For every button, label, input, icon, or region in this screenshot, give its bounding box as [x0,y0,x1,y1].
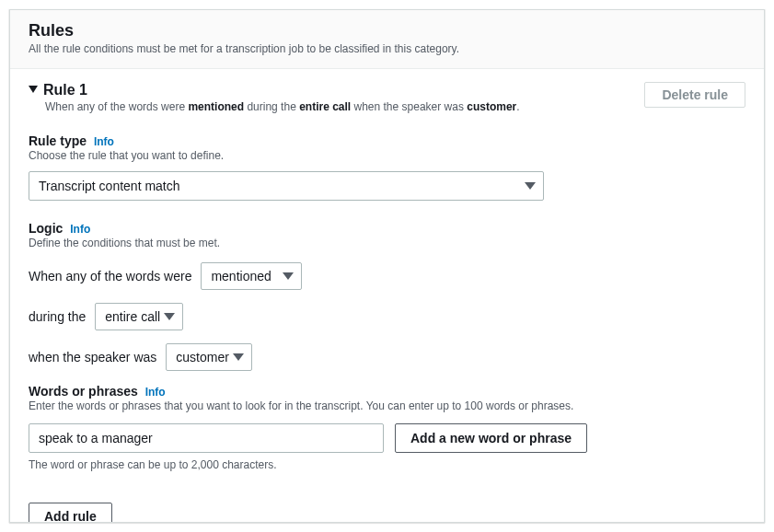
add-rule-button[interactable]: Add rule [29,503,112,522]
mention-select[interactable]: mentioned [201,262,301,290]
chevron-down-icon [233,353,244,361]
rules-panel: Rules All the rule conditions must be me… [9,9,765,523]
words-help: Enter the words or phrases that you want… [29,399,745,412]
rule-type-label: Rule type [29,133,87,148]
panel-header: Rules All the rule conditions must be me… [10,10,764,69]
logic-row-during: during the entire call [29,303,745,330]
chevron-down-icon [525,182,536,190]
logic-info-link[interactable]: Info [70,223,90,236]
rule-header-row: Rule 1 When any of the words were mentio… [29,82,745,113]
chevron-down-icon [283,272,294,280]
words-tiny-help: The word or phrase can be up to 2,000 ch… [29,458,745,471]
add-phrase-button[interactable]: Add a new word or phrase [395,423,587,453]
svg-marker-3 [164,313,175,320]
panel-title: Rules [29,21,745,40]
rule-title-row[interactable]: Rule 1 [29,82,644,98]
rule-summary: When any of the words were mentioned dur… [45,100,644,113]
panel-body: Rule 1 When any of the words were mentio… [10,69,764,522]
logic-row-mention: When any of the words were mentioned [29,262,745,290]
rule-type-value: Transcript content match [39,179,180,193]
rule-type-help: Choose the rule that you want to define. [29,149,745,162]
svg-marker-2 [283,272,294,280]
during-value: entire call [105,309,160,324]
chevron-down-icon [164,313,175,320]
collapse-icon [29,86,38,95]
mention-value: mentioned [211,269,271,283]
rule-title: Rule 1 [43,82,87,98]
rule-type-info-link[interactable]: Info [94,135,114,148]
add-rule-block: Add rule You can add up to 19 more rules… [29,503,745,522]
logic-section: Logic Info Define the conditions that mu… [29,221,745,371]
logic-help: Define the conditions that must be met. [29,237,745,249]
speaker-value: customer [176,350,229,364]
words-label: Words or phrases [29,384,138,399]
speaker-select[interactable]: customer [166,343,252,371]
logic-row-text: when the speaker was [29,350,156,364]
words-info-link[interactable]: Info [145,386,166,399]
words-section: Words or phrases Info Enter the words or… [29,384,745,471]
panel-subtitle: All the rule conditions must be met for … [29,42,745,55]
words-input[interactable] [29,423,384,453]
rule-type-select[interactable]: Transcript content match [29,171,544,201]
logic-rows: When any of the words were mentioned dur… [29,262,745,371]
rule-title-block: Rule 1 When any of the words were mentio… [29,82,644,113]
svg-marker-0 [29,86,38,93]
rule-type-section: Rule type Info Choose the rule that you … [29,133,745,201]
during-select[interactable]: entire call [95,303,183,330]
logic-row-text: When any of the words were [29,269,191,283]
words-input-row: Add a new word or phrase [29,423,745,453]
delete-rule-button[interactable]: Delete rule [644,82,745,108]
logic-row-speaker: when the speaker was customer [29,343,745,371]
logic-label: Logic [29,221,63,236]
logic-row-text: during the [29,309,86,324]
svg-marker-1 [525,182,536,190]
svg-marker-4 [233,353,244,361]
